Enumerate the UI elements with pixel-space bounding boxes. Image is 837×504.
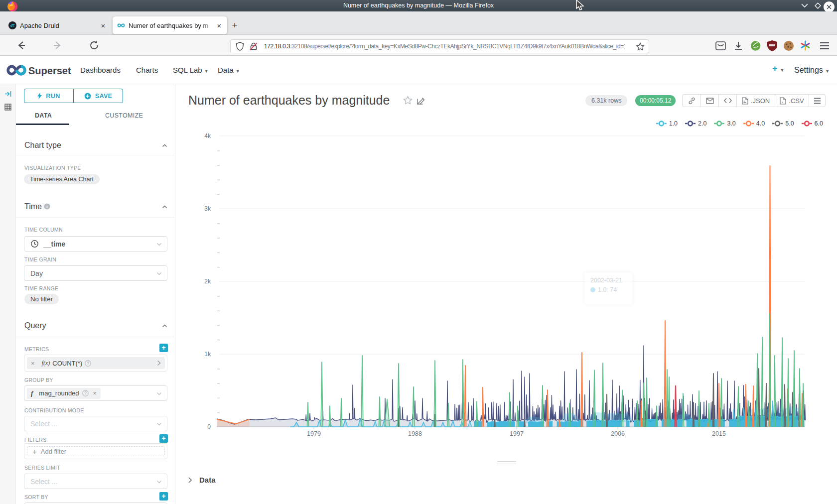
svg-text:0: 0 [207, 423, 211, 430]
svg-text:1988: 1988 [408, 430, 422, 437]
svg-text:x: x [782, 101, 783, 104]
svg-text:?: ? [87, 361, 89, 366]
svg-text:4k: 4k [204, 132, 211, 139]
svg-text:?: ? [84, 390, 87, 395]
svg-text:1997: 1997 [510, 430, 524, 437]
svg-text:1k: 1k [204, 351, 211, 358]
svg-text:3k: 3k [204, 205, 211, 212]
svg-text:2006: 2006 [611, 430, 625, 437]
svg-text:2k: 2k [204, 278, 211, 285]
svg-text:2015: 2015 [712, 430, 726, 437]
svg-text:1979: 1979 [307, 430, 321, 437]
